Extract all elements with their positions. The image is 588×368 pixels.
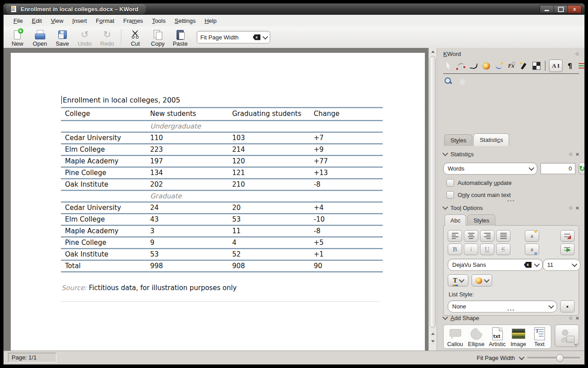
insert-endnote-button[interactable] (560, 244, 575, 255)
menu-edit[interactable]: Edit (27, 16, 46, 26)
collapse-icon[interactable] (442, 204, 448, 210)
table-cell: +77 (310, 156, 383, 167)
table-cell: Cedar University (61, 133, 146, 143)
statusbar: Page: 1/1 Fit Page Width (4, 351, 584, 364)
align-justify-button[interactable] (496, 230, 510, 242)
menu-tools[interactable]: Tools (147, 16, 170, 26)
zoom-mode-label[interactable]: Fit Page Width (477, 355, 515, 361)
menu-view[interactable]: View (46, 16, 68, 26)
shape-collection-button[interactable] (555, 325, 579, 347)
ellipse-shape-button[interactable]: Ellipse (466, 326, 487, 348)
stamp-tool-icon[interactable] (481, 61, 491, 71)
insert-footnote-button[interactable] (560, 230, 575, 242)
highlight-color-button[interactable] (471, 274, 492, 287)
menu-insert[interactable]: Insert (68, 16, 91, 26)
shape-label: Artistic (489, 341, 506, 348)
subscript-button[interactable]: a (525, 244, 539, 255)
artistic-shape-button[interactable]: Artistic (487, 326, 508, 348)
align-right-button[interactable] (480, 230, 494, 242)
changes-tool-icon[interactable] (577, 61, 584, 71)
callout-shape-button[interactable]: Callou (445, 326, 466, 348)
maximize-button[interactable] (553, 5, 567, 13)
clear-icon[interactable]: x (253, 34, 260, 40)
bold-button[interactable]: B (448, 244, 462, 255)
paste-icon (174, 29, 186, 40)
collapse-icon[interactable] (442, 314, 448, 320)
font-family-combobox[interactable]: DejaVu Sans x (448, 259, 543, 271)
table-row: Pine College134121+13 (61, 168, 383, 178)
float-docker-icon[interactable]: ◇ (569, 205, 573, 210)
strikethrough-button[interactable]: S (496, 244, 510, 255)
bezier-tool-icon[interactable] (456, 61, 466, 71)
text-shape-icon (534, 327, 545, 340)
table-cell: 4 (228, 238, 310, 248)
statistic-type-combobox[interactable]: Words (443, 163, 537, 175)
tab-abc[interactable]: Abc (445, 214, 466, 226)
zoom-slider-handle[interactable] (556, 354, 564, 362)
zoom-combobox[interactable]: Fit Page Width x (197, 31, 270, 43)
select-tool-icon[interactable] (443, 61, 454, 71)
save-button[interactable]: Save (51, 27, 74, 47)
document-page[interactable]: Enrollment in local colleges, 2005 Colle… (11, 53, 425, 351)
scroll-down-button[interactable] (429, 338, 437, 345)
fx-tool-icon[interactable] (506, 61, 516, 71)
copy-button[interactable]: Copy (147, 27, 169, 47)
hand-tool-icon[interactable] (457, 76, 467, 86)
scroll-up-button[interactable] (429, 48, 437, 55)
float-docker-icon[interactable]: ◇ (575, 51, 579, 56)
table-cell: 53 (146, 249, 228, 260)
text-shape-button[interactable]: Text (529, 326, 550, 348)
zoom-slider[interactable] (527, 357, 580, 359)
image-shape-button[interactable]: Image (508, 326, 529, 348)
corner-tool-icon[interactable] (468, 61, 479, 71)
align-left-button[interactable] (448, 230, 462, 242)
align-center-icon (468, 233, 475, 239)
cut-button[interactable]: Cut (124, 27, 147, 47)
close-docker-icon[interactable]: × (575, 151, 579, 157)
superscript-button[interactable]: a (525, 230, 539, 242)
endnote-icon (564, 246, 571, 252)
tab-styles[interactable]: Styles (444, 134, 472, 146)
para-tool-icon[interactable] (565, 61, 575, 71)
paste-button[interactable]: Paste (169, 27, 191, 47)
float-docker-icon[interactable]: ◇ (569, 152, 573, 156)
font-size-combobox[interactable]: 11 (543, 259, 580, 271)
zoom-tool-icon[interactable] (443, 76, 454, 86)
callig-tool-icon[interactable] (519, 61, 529, 71)
align-center-button[interactable] (464, 230, 478, 242)
scrollbar-thumb[interactable] (430, 56, 436, 328)
tab-styles[interactable]: Styles (467, 214, 495, 226)
table-cell: +9 (310, 145, 383, 155)
close-docker-icon[interactable]: × (575, 205, 579, 211)
new-button[interactable]: New (6, 27, 29, 47)
checker-tool-icon[interactable] (531, 61, 541, 71)
texttool-tool-icon[interactable] (549, 60, 562, 72)
refresh-button[interactable]: ↻ (579, 163, 584, 175)
underline-button[interactable]: U (480, 244, 494, 255)
collapse-icon[interactable] (442, 150, 448, 156)
text-color-button[interactable]: T (448, 274, 468, 287)
docker-splitter[interactable] (443, 308, 579, 312)
menu-settings[interactable]: Settings (170, 16, 200, 26)
float-docker-icon[interactable]: ◇ (569, 316, 573, 320)
italic-button[interactable]: i (464, 244, 478, 255)
freehand-tool-icon[interactable] (493, 61, 504, 71)
menu-format[interactable]: Format (91, 16, 119, 26)
minimize-button[interactable] (540, 5, 553, 13)
align-right-icon (484, 233, 491, 239)
close-docker-icon[interactable]: × (575, 315, 579, 321)
checkbox-1[interactable] (446, 191, 454, 199)
scroll-up-button-2[interactable] (429, 330, 437, 337)
clear-icon[interactable]: x (524, 262, 532, 268)
checkbox-0[interactable] (446, 179, 454, 187)
menu-frames[interactable]: Frames (119, 16, 147, 26)
tab-statistics[interactable]: Statistics (473, 133, 509, 146)
docker-splitter[interactable] (443, 199, 579, 203)
close-button[interactable]: x (567, 5, 581, 13)
vertical-scrollbar[interactable] (428, 48, 437, 351)
menu-help[interactable]: Help (200, 16, 221, 26)
open-button[interactable]: Open (29, 27, 51, 47)
window-buttons: x (540, 5, 582, 13)
table-cell: 43 (146, 214, 228, 225)
menu-file[interactable]: File (9, 16, 27, 26)
